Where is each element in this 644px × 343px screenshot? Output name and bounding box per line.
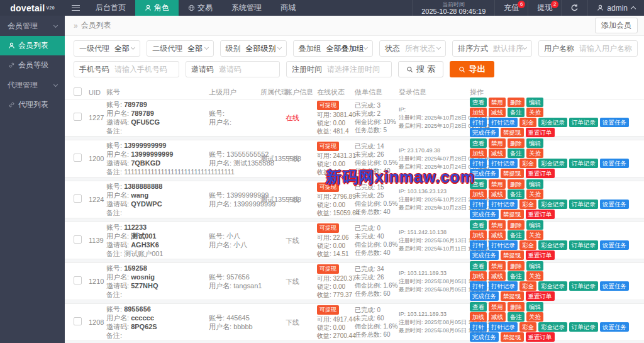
edit-button[interactable]: 编辑 <box>526 179 543 189</box>
row-checkbox[interactable] <box>74 154 82 162</box>
status-select[interactable]: 状态所有状态 <box>379 40 446 57</box>
delete-button[interactable]: 删除 <box>508 98 525 107</box>
complete-task-button[interactable]: 完成任务 <box>470 128 499 137</box>
inject-record-button[interactable]: 打针记录 <box>489 240 518 250</box>
recharge-button[interactable]: 充值 6 <box>494 0 528 16</box>
bonus-record-button[interactable]: 彩金记录 <box>538 240 567 250</box>
row-checkbox[interactable] <box>74 276 82 284</box>
set-task-button[interactable]: 设置任务 <box>600 281 629 291</box>
level2-agent-select[interactable]: 二级代理全部 <box>147 40 213 57</box>
disable-button[interactable]: 禁用 <box>489 138 506 148</box>
view-button[interactable]: 查看 <box>470 138 487 148</box>
set-task-button[interactable]: 设置任务 <box>600 159 629 168</box>
reduce-line-button[interactable]: 减线 <box>489 271 506 281</box>
edit-button[interactable]: 编辑 <box>526 302 543 312</box>
order-record-button[interactable]: 订单记录 <box>569 159 598 168</box>
inject-button[interactable]: 打针 <box>470 240 487 250</box>
order-record-button[interactable]: 订单记录 <box>569 240 598 250</box>
add-line-button[interactable]: 加线 <box>470 271 487 281</box>
remark-button[interactable]: 备注 <box>508 271 525 281</box>
set-task-button[interactable]: 设置任务 <box>600 118 629 127</box>
delete-button[interactable]: 删除 <box>508 302 525 312</box>
add-member-button[interactable]: 添加会员 <box>595 18 638 33</box>
remark-button[interactable]: 备注 <box>508 108 525 117</box>
forbid-withdraw-button[interactable]: 禁提现 <box>501 210 524 219</box>
edit-button[interactable]: 编辑 <box>526 98 543 107</box>
disable-button[interactable]: 禁用 <box>489 179 506 189</box>
select-all-checkbox[interactable] <box>74 87 82 96</box>
view-button[interactable]: 查看 <box>470 98 487 107</box>
inject-record-button[interactable]: 打针记录 <box>489 200 518 209</box>
row-checkbox[interactable] <box>74 235 82 244</box>
add-line-button[interactable]: 加线 <box>470 149 487 158</box>
inject-record-button[interactable]: 打针记录 <box>489 159 518 168</box>
inject-button[interactable]: 打针 <box>470 322 487 332</box>
edit-button[interactable]: 编辑 <box>526 261 543 271</box>
delete-button[interactable]: 删除 <box>508 138 525 148</box>
bonus-record-button[interactable]: 彩金记录 <box>538 322 567 332</box>
add-line-button[interactable]: 加线 <box>470 108 487 117</box>
view-button[interactable]: 查看 <box>470 302 487 312</box>
set-task-button[interactable]: 设置任务 <box>600 322 629 332</box>
close-grab-button[interactable]: 关抢 <box>526 108 543 117</box>
close-grab-button[interactable]: 关抢 <box>526 230 543 240</box>
hamburger-menu-icon[interactable] <box>65 0 86 16</box>
bonus-record-button[interactable]: 彩金记录 <box>538 159 567 168</box>
user-menu[interactable]: admin <box>587 0 644 16</box>
remark-button[interactable]: 备注 <box>508 230 525 240</box>
reduce-line-button[interactable]: 减线 <box>489 149 506 158</box>
menu-item-home[interactable]: 后台首页 <box>86 0 135 16</box>
bonus-record-button[interactable]: 彩金记录 <box>538 118 567 127</box>
bonus-record-button[interactable]: 彩金记录 <box>538 281 567 291</box>
view-button[interactable]: 查看 <box>470 220 487 230</box>
add-line-button[interactable]: 加线 <box>470 312 487 322</box>
menu-item-system[interactable]: 系统管理 <box>222 0 271 16</box>
forbid-withdraw-button[interactable]: 禁提现 <box>501 169 524 178</box>
close-grab-button[interactable]: 关抢 <box>526 149 543 158</box>
refresh-button[interactable] <box>561 0 587 16</box>
bonus-record-button[interactable]: 彩金记录 <box>538 200 567 209</box>
row-checkbox[interactable] <box>74 194 82 203</box>
level1-agent-select[interactable]: 一级代理全部 <box>74 40 140 57</box>
inject-record-button[interactable]: 打针记录 <box>489 281 518 291</box>
remark-button[interactable]: 备注 <box>508 312 525 322</box>
disable-button[interactable]: 禁用 <box>489 302 506 312</box>
view-button[interactable]: 查看 <box>470 179 487 189</box>
add-line-button[interactable]: 加线 <box>470 230 487 240</box>
close-grab-button[interactable]: 关抢 <box>526 312 543 322</box>
inject-button[interactable]: 打针 <box>470 200 487 209</box>
delete-button[interactable]: 删除 <box>508 220 525 230</box>
level-select[interactable]: 级别全部级别 <box>220 40 287 57</box>
bonus-button[interactable]: 彩金 <box>519 281 536 291</box>
forbid-withdraw-button[interactable]: 禁提现 <box>501 128 524 137</box>
inject-record-button[interactable]: 打针记录 <box>489 118 518 127</box>
edit-button[interactable]: 编辑 <box>526 138 543 148</box>
stack-group-select[interactable]: 叠加组全部叠加组 <box>293 40 373 57</box>
inject-button[interactable]: 打针 <box>470 281 487 291</box>
complete-task-button[interactable]: 完成任务 <box>470 332 499 342</box>
invite-code-input[interactable]: 邀请码邀请码 <box>186 61 280 77</box>
order-record-button[interactable]: 订单记录 <box>569 118 598 127</box>
disable-button[interactable]: 禁用 <box>489 220 506 230</box>
reduce-line-button[interactable]: 减线 <box>489 312 506 322</box>
bonus-button[interactable]: 彩金 <box>519 240 536 250</box>
reset-order-button[interactable]: 重置订单 <box>526 250 555 260</box>
delete-button[interactable]: 删除 <box>508 261 525 271</box>
forbid-withdraw-button[interactable]: 禁提现 <box>501 291 524 301</box>
sidebar-item-member-list[interactable]: 会员列表 <box>0 36 65 55</box>
withdraw-button[interactable]: 提现 2 <box>528 0 561 16</box>
order-record-button[interactable]: 订单记录 <box>569 200 598 209</box>
complete-task-button[interactable]: 完成任务 <box>470 169 499 178</box>
add-line-button[interactable]: 加线 <box>470 189 487 199</box>
sidebar-item-agent-list[interactable]: 代理列表 <box>0 95 65 115</box>
reduce-line-button[interactable]: 减线 <box>489 108 506 117</box>
phone-input[interactable]: 手机号码请输入手机号码 <box>74 61 179 77</box>
close-grab-button[interactable]: 关抢 <box>526 271 543 281</box>
bonus-button[interactable]: 彩金 <box>519 118 536 127</box>
sidebar-group-header[interactable]: 会员管理 <box>0 16 65 36</box>
set-task-button[interactable]: 设置任务 <box>600 240 629 250</box>
inject-button[interactable]: 打针 <box>470 159 487 168</box>
export-button[interactable]: 导出 <box>450 61 494 77</box>
delete-button[interactable]: 删除 <box>508 179 525 189</box>
complete-task-button[interactable]: 完成任务 <box>470 210 499 219</box>
